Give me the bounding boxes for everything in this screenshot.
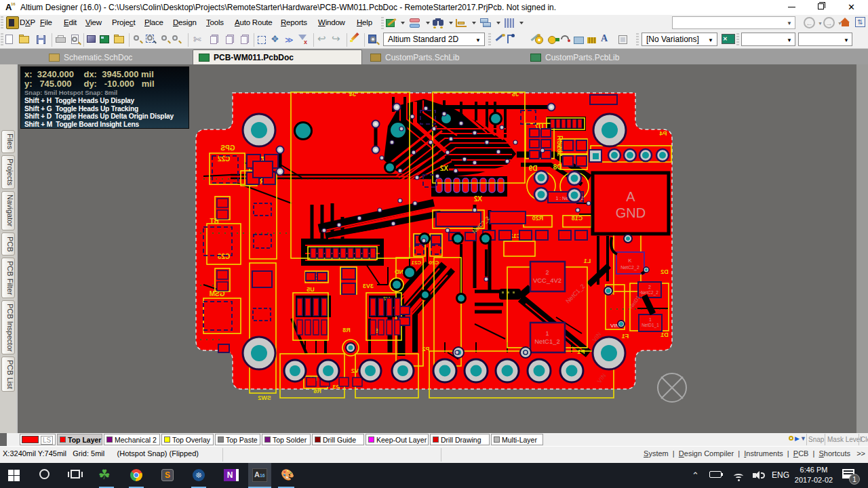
svg-text:D8: D8 xyxy=(553,163,561,171)
svg-text:R8: R8 xyxy=(342,327,351,333)
svg-text:R6: R6 xyxy=(313,388,321,394)
svg-text:C20: C20 xyxy=(429,260,439,266)
svg-text:J5: J5 xyxy=(512,91,519,98)
svg-text:D1: D1 xyxy=(660,331,669,338)
svg-text:R20: R20 xyxy=(532,215,544,222)
svg-text:SW2: SW2 xyxy=(258,394,271,401)
svg-text:F1: F1 xyxy=(622,333,629,340)
svg-text:GPS: GPS xyxy=(220,144,235,152)
svg-text:3V3: 3V3 xyxy=(363,283,374,289)
svg-text:D2: D2 xyxy=(660,268,669,275)
svg-text:NetC2_2: NetC2_2 xyxy=(620,265,639,270)
svg-text:C23: C23 xyxy=(217,253,230,260)
svg-text:P2: P2 xyxy=(422,346,429,352)
svg-text:1: 1 xyxy=(649,317,652,322)
svg-text:D9: D9 xyxy=(528,165,537,172)
svg-text:X2: X2 xyxy=(473,195,482,203)
svg-text:P1: P1 xyxy=(577,348,585,355)
svg-text:NetD1_1: NetD1_1 xyxy=(642,323,659,328)
svg-text:K: K xyxy=(628,258,632,264)
svg-text:A: A xyxy=(626,189,635,204)
svg-text:1: 1 xyxy=(545,330,549,337)
svg-text:GND: GND xyxy=(616,205,646,220)
svg-text:U5: U5 xyxy=(307,286,315,293)
svg-text:L1: L1 xyxy=(584,258,591,264)
svg-text:P4: P4 xyxy=(659,130,667,137)
svg-text:2: 2 xyxy=(545,269,549,276)
svg-text:X2: X2 xyxy=(439,165,448,172)
svg-text:2: 2 xyxy=(648,285,651,289)
svg-text:C21: C21 xyxy=(411,260,421,266)
svg-text:J4: J4 xyxy=(349,91,356,98)
svg-text:VCC_4V2: VCC_4V2 xyxy=(533,277,561,284)
svg-text:NetC1_2: NetC1_2 xyxy=(534,338,560,345)
svg-text:C18: C18 xyxy=(572,215,583,222)
